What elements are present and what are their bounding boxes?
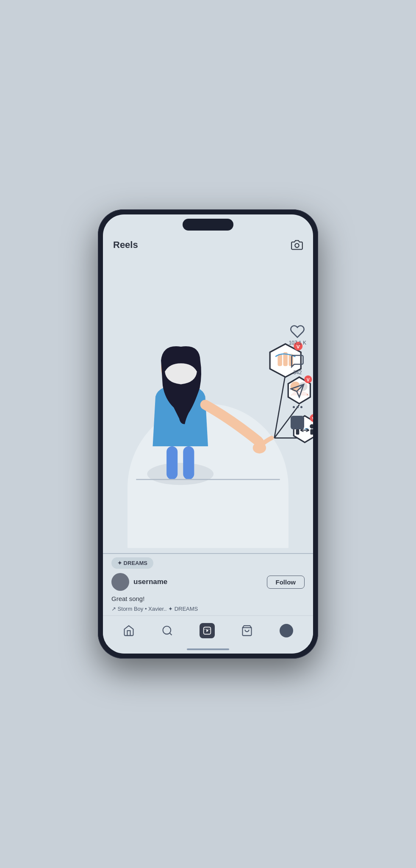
svg-point-1 <box>147 463 214 485</box>
nav-search[interactable] <box>159 622 176 639</box>
main-illustration: V V <box>103 256 313 548</box>
song-thumbnail[interactable] <box>291 416 304 429</box>
progress-bar <box>103 553 313 554</box>
phone-frame: Reels <box>98 209 318 659</box>
nav-home[interactable] <box>120 622 137 639</box>
song-row: ↗ Storm Boy • Xavier.. ✦ DREAMS <box>111 606 305 612</box>
dreams-badge[interactable]: ✦ DREAMS <box>111 557 153 569</box>
reels-icon <box>200 623 215 638</box>
video-area: V V <box>103 256 313 548</box>
search-icon <box>161 625 173 637</box>
home-icon <box>123 625 135 637</box>
page-title: Reels <box>113 239 138 250</box>
svg-rect-2 <box>166 446 177 479</box>
more-button[interactable] <box>293 406 302 408</box>
profile-avatar <box>280 624 293 637</box>
user-row: username Follow <box>111 573 305 591</box>
illustration: V V <box>103 256 313 548</box>
comment-button[interactable]: 342 <box>290 353 305 376</box>
comments-count: 342 <box>293 370 302 376</box>
avatar <box>111 573 129 591</box>
follow-button[interactable]: Follow <box>267 576 305 589</box>
three-dots-icon <box>293 406 302 408</box>
svg-rect-30 <box>310 429 313 434</box>
nav-shop[interactable] <box>239 622 255 639</box>
likes-count: 107,1 K <box>289 340 306 346</box>
svg-rect-3 <box>183 446 194 479</box>
nav-reels[interactable] <box>197 620 217 641</box>
bottom-nav <box>103 615 313 645</box>
camera-icon[interactable] <box>291 239 303 251</box>
home-indicator-bar <box>187 648 229 650</box>
like-button[interactable]: 107,1 K <box>289 324 306 346</box>
bottom-panel: ✦ DREAMS username Follow Great song! ↗ S… <box>103 548 313 615</box>
share-button[interactable] <box>290 383 305 398</box>
song-info: ↗ Storm Boy • Xavier.. ✦ DREAMS <box>111 606 198 612</box>
phone-screen: Reels <box>103 214 313 654</box>
svg-text:V: V <box>307 378 310 382</box>
svg-rect-28 <box>296 429 300 434</box>
username-text: username <box>133 578 263 586</box>
home-indicator <box>103 645 313 654</box>
svg-text:V: V <box>312 417 313 421</box>
svg-marker-38 <box>206 629 208 632</box>
svg-line-36 <box>169 633 172 635</box>
nav-profile[interactable] <box>277 621 296 640</box>
right-actions: 107,1 K 342 <box>289 324 306 429</box>
top-nav: Reels <box>103 236 313 256</box>
svg-point-35 <box>163 626 171 634</box>
svg-rect-13 <box>277 354 282 366</box>
svg-point-0 <box>295 244 299 248</box>
caption: Great song! <box>111 595 305 602</box>
notch <box>183 219 233 231</box>
shop-icon <box>241 625 253 637</box>
svg-line-7 <box>275 374 286 438</box>
